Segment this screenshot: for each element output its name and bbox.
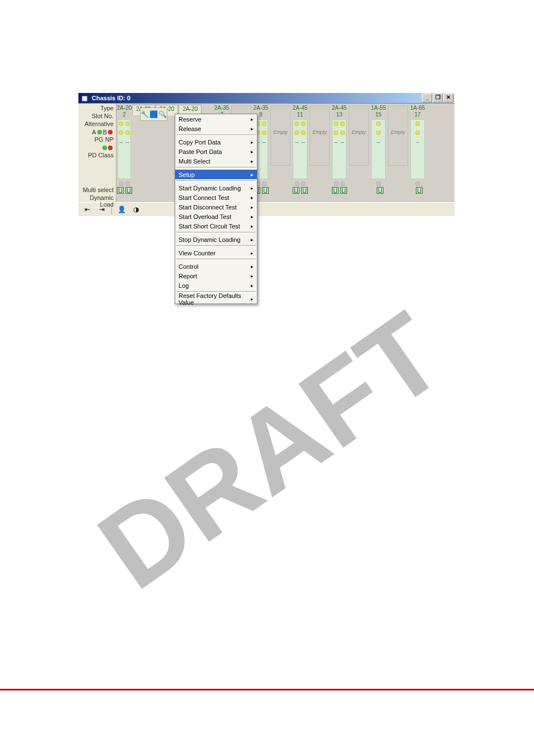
led-a-icon — [97, 130, 102, 134]
menu-start-connect-test[interactable]: Start Connect Test▸ — [175, 193, 257, 202]
slot-col-11[interactable]: 2A-4511 -- -- — [292, 105, 308, 202]
slot-empty: Empty — [269, 105, 292, 202]
menu-paste-port-data[interactable]: Paste Port Data▸ — [175, 147, 257, 156]
label-alternative: Alternative — [78, 120, 116, 128]
user-icon: 👤 — [118, 206, 125, 213]
toolbar-btn-a[interactable]: ⇤ — [81, 203, 94, 216]
toolbar: ⇤ ⇥ 👤 ◑ — [78, 202, 455, 216]
dot-icon — [119, 130, 123, 135]
arrow-left-icon: ⇤ — [83, 206, 91, 213]
menu-reserve[interactable]: Reserve▸ — [175, 114, 257, 124]
menu-separator — [176, 134, 256, 136]
toolbar-btn-b[interactable]: ⇥ — [95, 203, 109, 216]
separator-icon — [111, 204, 112, 214]
toolbar-peek: 🔧 🟦 🔍 — [140, 108, 167, 121]
slot-col-15[interactable]: 1A-5515 -- — [370, 105, 387, 202]
label-pgnp: PG NP — [78, 136, 116, 144]
led-red-icon — [108, 146, 113, 150]
red-divider — [0, 689, 534, 690]
label-slotno: Slot No. — [78, 113, 116, 120]
slot-type: 2A-20 — [117, 105, 132, 111]
label-type: Type — [78, 105, 116, 113]
menu-start-disconnect-test[interactable]: Start Disconnect Test▸ — [175, 202, 257, 212]
minimize-button[interactable]: _ — [422, 94, 432, 102]
toolbar-btn-c[interactable]: 👤 — [115, 203, 128, 216]
menu-multi-select[interactable]: Multi Select▸ — [175, 156, 257, 166]
menu-control[interactable]: Control▸ — [175, 262, 257, 271]
slot-col-17[interactable]: 1A-6517 -- — [409, 105, 426, 202]
menu-stop-dynamic-loading[interactable]: Stop Dynamic Loading▸ — [175, 235, 257, 244]
menu-release[interactable]: Release▸ — [175, 124, 257, 133]
draft-watermark: DRAFT — [56, 235, 481, 661]
led-b-icon — [108, 130, 113, 134]
dot-icon — [125, 130, 130, 135]
label-dynamicload: Dynamic Load — [78, 194, 116, 202]
dyn-icon[interactable] — [125, 187, 132, 194]
palette-icon[interactable]: 🟦 — [149, 110, 157, 118]
led-row — [78, 144, 116, 152]
led-green-icon — [102, 146, 107, 150]
label-multiselect: Multi select — [78, 186, 116, 194]
menu-start-dynamic-loading[interactable]: Start Dynamic Loading▸ — [175, 183, 257, 193]
zoom-icon[interactable]: 🔍 — [158, 110, 166, 118]
close-button[interactable]: ✕ — [443, 94, 453, 102]
dot-icon — [119, 122, 123, 126]
slot-body[interactable]: -- -- — [118, 119, 131, 179]
circle-icon: ◑ — [132, 206, 140, 213]
restore-button[interactable]: ❐ — [433, 94, 443, 102]
menu-reset-factory-defaults[interactable]: Reset Factory Defaults Value▸ — [175, 294, 257, 304]
menu-copy-port-data[interactable]: Copy Port Data▸ — [175, 137, 257, 147]
menu-report[interactable]: Report▸ — [175, 271, 257, 281]
menu-start-overload-test[interactable]: Start Overload Test▸ — [175, 212, 257, 221]
menu-view-counter[interactable]: View Counter▸ — [175, 248, 257, 258]
submenu-arrow-icon: ▸ — [251, 116, 254, 122]
app-window: ▦ Chassis ID: 0 _ ❐ ✕ Type Slot No. Alte… — [78, 93, 455, 216]
svg-text:DRAFT: DRAFT — [77, 288, 464, 613]
menu-log[interactable]: Log▸ — [175, 281, 257, 290]
slot-col-2[interactable]: 2A-202 -- -- — [116, 105, 132, 202]
slot-col-13[interactable]: 2A-4513 -- -- — [331, 105, 348, 202]
slot-dash: -- -- — [120, 139, 129, 145]
slot-empty: Empty — [387, 105, 409, 202]
slot-empty: Empty — [348, 105, 370, 202]
label-ab-leds: A B — [78, 128, 116, 136]
dyn-icon[interactable] — [117, 187, 124, 194]
tool-icon[interactable]: 🔧 — [141, 110, 149, 118]
label-pdclass: PD Class — [78, 152, 116, 160]
slot-empty: Empty — [308, 105, 331, 202]
dot-icon — [125, 122, 130, 126]
multi-dot-icon[interactable] — [119, 181, 124, 186]
multi-dot-icon[interactable] — [125, 181, 130, 186]
titlebar[interactable]: ▦ Chassis ID: 0 _ ❐ ✕ — [78, 93, 455, 103]
arrow-right-icon: ⇥ — [98, 206, 106, 213]
menu-setup[interactable]: Setup▸ — [175, 170, 257, 179]
context-menu[interactable]: Reserve▸ Release▸ Copy Port Data▸ Paste … — [175, 114, 257, 304]
menu-start-short-circuit-test[interactable]: Start Short Circuit Test▸ — [175, 221, 257, 231]
sidebar: Type Slot No. Alternative A B PG NP PD C… — [78, 104, 116, 202]
toolbar-btn-d[interactable]: ◑ — [129, 203, 143, 216]
window-title: Chassis ID: 0 — [91, 95, 422, 101]
app-icon: ▦ — [80, 94, 89, 102]
slot-num: 2 — [116, 111, 132, 118]
